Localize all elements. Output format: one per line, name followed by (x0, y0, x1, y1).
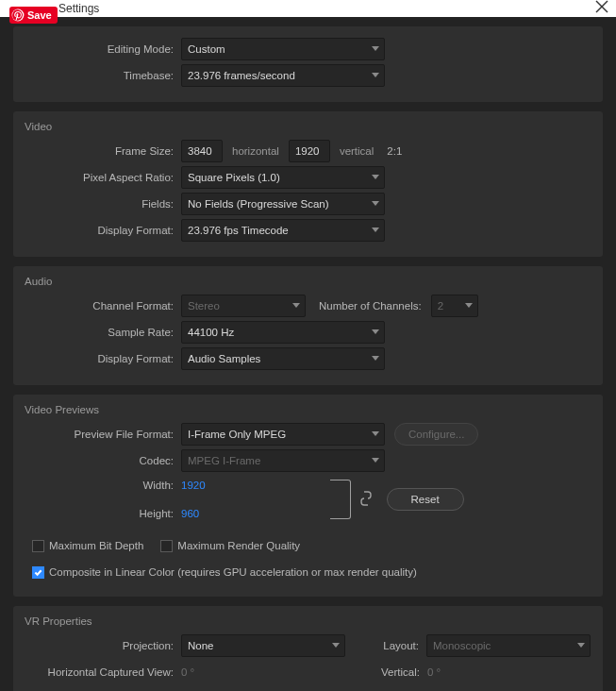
save-label: Save (27, 9, 52, 21)
checkbox-icon (160, 540, 173, 552)
preview-width-value[interactable]: 1920 (181, 480, 206, 491)
chevron-down-icon (372, 46, 379, 51)
num-channels-select: 2 (431, 295, 478, 317)
aspect-ratio: 2:1 (387, 145, 402, 157)
frame-size-label: Frame Size: (13, 145, 181, 157)
sample-rate-select[interactable]: 44100 Hz (181, 321, 385, 344)
checkbox-checked-icon (32, 566, 44, 579)
audio-display-format-label: Display Format: (13, 353, 181, 364)
settings-dialog: Save Settings Editing Mode: Custom Timeb… (0, 0, 616, 691)
codec-select: MPEG I-Frame (181, 449, 385, 472)
layout-label: Layout: (379, 640, 426, 651)
vertical-label: vertical (340, 145, 374, 157)
chevron-down-icon (372, 201, 379, 206)
frame-width-input[interactable] (181, 140, 223, 162)
sample-rate-label: Sample Rate: (13, 327, 181, 338)
chevron-down-icon (372, 431, 379, 436)
vr-vertical-value: 0 ° (427, 666, 591, 678)
codec-label: Codec: (13, 455, 181, 466)
chain-icon (360, 491, 372, 506)
editing-mode-label: Editing Mode: (13, 43, 181, 55)
chevron-down-icon (577, 643, 585, 648)
projection-label: Projection: (13, 640, 181, 651)
fields-select[interactable]: No Fields (Progressive Scan) (181, 193, 385, 215)
vr-vertical-label: Vertical: (373, 666, 427, 678)
par-label: Pixel Aspect Ratio: (13, 172, 181, 183)
video-display-format-select[interactable]: 23.976 fps Timecode (181, 219, 385, 242)
chevron-down-icon (372, 329, 379, 334)
section-vr: VR Properties Projection: None Layout: M… (13, 606, 603, 691)
section-video: Video Frame Size: horizontal vertical 2:… (13, 111, 603, 257)
pff-label: Preview File Format: (13, 429, 181, 440)
configure-button: Configure... (394, 423, 478, 446)
preview-width-label: Width: (13, 480, 181, 491)
timebase-label: Timebase: (13, 70, 181, 81)
video-display-format-label: Display Format: (13, 225, 181, 236)
max-bit-depth-checkbox[interactable]: Maximum Bit Depth (32, 540, 143, 552)
layout-select: Monoscopic (426, 634, 591, 657)
editing-mode-select[interactable]: Custom (181, 38, 385, 60)
chevron-down-icon (372, 228, 379, 232)
preview-height-label: Height: (13, 508, 181, 519)
frame-height-input[interactable] (289, 140, 330, 162)
close-icon (595, 0, 608, 13)
fields-label: Fields: (13, 198, 181, 210)
link-toggle[interactable] (360, 491, 372, 509)
par-select[interactable]: Square Pixels (1.0) (181, 166, 385, 189)
chevron-down-icon (372, 356, 379, 361)
pinterest-save-button[interactable]: Save (9, 7, 58, 24)
section-video-previews: Video Previews Preview File Format: I-Fr… (13, 395, 603, 597)
num-channels-label: Number of Channels: (319, 300, 422, 312)
horizontal-label: horizontal (232, 145, 279, 157)
chevron-down-icon (292, 303, 300, 308)
composite-linear-checkbox[interactable]: Composite in Linear Color (requires GPU … (32, 566, 417, 579)
hcv-value: 0 ° (181, 666, 194, 678)
chevron-down-icon (372, 458, 379, 463)
titlebar: Save Settings (0, 0, 616, 17)
pinterest-icon (11, 8, 25, 22)
chevron-down-icon (372, 175, 379, 179)
chevron-down-icon (465, 303, 473, 308)
section-general: Editing Mode: Custom Timebase: 23.976 fr… (13, 26, 603, 102)
channel-format-select: Stereo (181, 295, 306, 317)
checkbox-icon (32, 540, 44, 552)
pff-select[interactable]: I-Frame Only MPEG (181, 423, 385, 446)
reset-button[interactable]: Reset (387, 488, 464, 511)
chevron-down-icon (332, 643, 340, 648)
previews-heading: Video Previews (13, 404, 603, 415)
hcv-label: Horizontal Captured View: (13, 666, 181, 678)
channel-format-label: Channel Format: (13, 300, 181, 312)
section-audio: Audio Channel Format: Stereo Number of C… (13, 266, 603, 385)
chevron-down-icon (372, 73, 379, 77)
projection-select[interactable]: None (181, 634, 345, 657)
timebase-select[interactable]: 23.976 frames/second (181, 64, 385, 87)
audio-heading: Audio (13, 276, 603, 287)
close-button[interactable] (595, 0, 608, 17)
link-bracket-icon (330, 480, 351, 519)
vr-heading: VR Properties (13, 615, 603, 627)
audio-display-format-select[interactable]: Audio Samples (181, 347, 385, 370)
dialog-title: Settings (58, 2, 99, 15)
video-heading: Video (13, 121, 603, 132)
preview-height-value[interactable]: 960 (181, 508, 199, 519)
max-render-quality-checkbox[interactable]: Maximum Render Quality (160, 540, 300, 552)
